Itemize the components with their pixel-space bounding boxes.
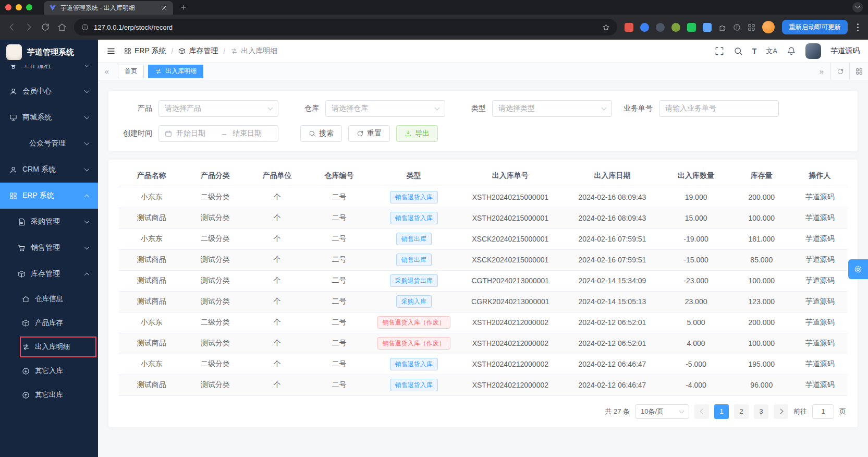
- app-logo-row[interactable]: 芋道管理系统: [0, 40, 98, 65]
- cell-product-name: 测试商品: [119, 249, 185, 270]
- cell-order-no: XSTH20240212000002: [458, 312, 564, 333]
- prev-page-button[interactable]: [694, 404, 709, 419]
- sidebar-item-member-center[interactable]: 会员中心: [0, 78, 98, 104]
- cell-product-name: 小东东: [119, 187, 185, 208]
- cell-quantity: -19.000: [662, 228, 731, 249]
- new-tab-button[interactable]: [177, 1, 190, 14]
- cell-product-unit: 个: [246, 291, 308, 312]
- sidebar-item-crm-system[interactable]: CRM 系统: [0, 157, 98, 183]
- product-select[interactable]: 请选择产品: [158, 100, 278, 117]
- cell-product-category: 测试分类: [185, 291, 247, 312]
- cell-stock: 100.000: [730, 333, 792, 354]
- extension-icon[interactable]: [687, 23, 696, 32]
- export-button-label: 导出: [415, 129, 430, 138]
- select-placeholder: 请选择仓库: [332, 104, 431, 113]
- user-avatar[interactable]: [805, 43, 821, 59]
- sidebar-item-other-stock-in[interactable]: 其它入库: [0, 359, 98, 383]
- reload-button[interactable]: [41, 22, 50, 32]
- sidebar-item-sales[interactable]: 销售管理: [0, 235, 98, 261]
- page-button-3[interactable]: 3: [754, 404, 768, 419]
- sidebar-item-inventory[interactable]: 库存管理: [0, 261, 98, 287]
- cell-type: 销售退货入库: [370, 187, 458, 208]
- home-button[interactable]: [57, 22, 67, 32]
- cell-product-category: 二级分类: [185, 312, 247, 333]
- sidebar-item-product-stock[interactable]: 产品库存: [0, 311, 98, 335]
- tags-scroll-left-button[interactable]: «: [98, 63, 116, 80]
- reset-button[interactable]: 重置: [348, 125, 390, 142]
- warehouse-select[interactable]: 请选择仓库: [325, 100, 445, 117]
- export-button[interactable]: 导出: [396, 125, 438, 142]
- sidebar-item-other-stock-out[interactable]: 其它出库: [0, 383, 98, 407]
- extensions-puzzle-icon[interactable]: [718, 23, 726, 31]
- bookmark-star-icon[interactable]: [602, 23, 610, 31]
- cell-operator: 芋道源码: [792, 228, 847, 249]
- sidebar-item-warehouse-info[interactable]: 仓库信息: [0, 287, 98, 311]
- sidebar-item-erp-system[interactable]: ERP 系统: [0, 183, 98, 209]
- extension-icon[interactable]: [656, 23, 665, 32]
- browser-update-button[interactable]: 重新启动即可更新: [782, 20, 848, 34]
- cell-operator: 芋道源码: [792, 270, 847, 291]
- translate-icon[interactable]: 文A: [766, 46, 777, 56]
- cell-order-no: CGTH20240213000001: [458, 270, 564, 291]
- browser-profile-avatar[interactable]: [762, 21, 775, 33]
- side-panel-icon[interactable]: [748, 23, 755, 31]
- extension-icon[interactable]: [733, 23, 741, 31]
- sidebar-item-label: 出入库明细: [35, 342, 70, 352]
- font-size-icon[interactable]: T: [752, 47, 757, 55]
- goto-page-input[interactable]: [812, 404, 834, 419]
- extension-icon[interactable]: [640, 23, 649, 32]
- page-size-select[interactable]: 10条/页: [635, 404, 689, 419]
- page-button-2[interactable]: 2: [734, 404, 749, 419]
- hamburger-menu-icon[interactable]: [106, 46, 116, 56]
- extension-icon[interactable]: [703, 23, 712, 32]
- tags-scroll-right-button[interactable]: »: [813, 63, 830, 80]
- zoom-window-button[interactable]: [26, 4, 32, 10]
- tab-home[interactable]: 首页: [118, 65, 144, 78]
- date-range-picker[interactable]: 开始日期 – 结束日期: [158, 125, 278, 142]
- forward-button[interactable]: [24, 22, 33, 32]
- address-bar[interactable]: 127.0.0.1/erp/stock/record: [74, 19, 617, 35]
- cell-type: 销售退货入库: [370, 354, 458, 375]
- extension-icon[interactable]: [625, 23, 633, 32]
- extension-icon[interactable]: [671, 23, 680, 32]
- create-time-label: 创建时间: [119, 129, 158, 138]
- browser-menu-button[interactable]: [855, 23, 861, 31]
- sidebar-item-stock-record[interactable]: 出入库明细: [0, 335, 98, 359]
- user-name[interactable]: 芋道源码: [830, 46, 860, 56]
- cell-product-category: 测试分类: [185, 208, 247, 228]
- chevron-down-icon: [84, 219, 90, 224]
- cell-quantity: 23.000: [662, 291, 731, 312]
- next-page-button[interactable]: [774, 404, 788, 419]
- site-info-icon[interactable]: [81, 23, 89, 31]
- fullscreen-icon[interactable]: [715, 46, 724, 56]
- breadcrumb-item[interactable]: ERP 系统: [135, 46, 166, 56]
- notification-bell-icon[interactable]: [787, 46, 796, 56]
- sidebar-item-label: CRM 系统: [22, 165, 56, 174]
- breadcrumb-item[interactable]: 库存管理: [189, 46, 218, 56]
- browser-tab[interactable]: 芋道管理系统 - 出入库明细: [44, 1, 173, 15]
- column-header: 库存量: [730, 165, 792, 187]
- cell-product-unit: 个: [246, 375, 308, 395]
- tags-refresh-button[interactable]: [830, 63, 849, 80]
- sidebar-item-purchase[interactable]: 采购管理: [0, 209, 98, 235]
- business-no-input[interactable]: 请输入业务单号: [659, 100, 779, 117]
- minimize-window-button[interactable]: [16, 4, 22, 10]
- cell-operator: 芋道源码: [792, 208, 847, 228]
- cell-product-name: 小东东: [119, 354, 185, 375]
- gear-icon: [853, 264, 863, 274]
- search-icon[interactable]: [733, 46, 743, 56]
- type-select[interactable]: 请选择类型: [492, 100, 612, 117]
- close-window-button[interactable]: [5, 4, 11, 10]
- total-count: 共 27 条: [605, 407, 630, 416]
- tags-layout-button[interactable]: [849, 63, 868, 80]
- sidebar-item-official-account[interactable]: 公众号管理: [0, 130, 98, 157]
- settings-drawer-button[interactable]: [848, 259, 868, 279]
- cell-product-category: 测试分类: [185, 270, 247, 291]
- tab-search-button[interactable]: [852, 2, 863, 13]
- sidebar-item-mall-system[interactable]: 商城系统: [0, 104, 98, 130]
- close-tab-icon[interactable]: [161, 4, 168, 11]
- tab-stock-record[interactable]: 出入库明细: [148, 65, 203, 78]
- back-button[interactable]: [7, 22, 17, 32]
- page-button-1[interactable]: 1: [714, 404, 729, 419]
- search-button[interactable]: 搜索: [300, 125, 342, 142]
